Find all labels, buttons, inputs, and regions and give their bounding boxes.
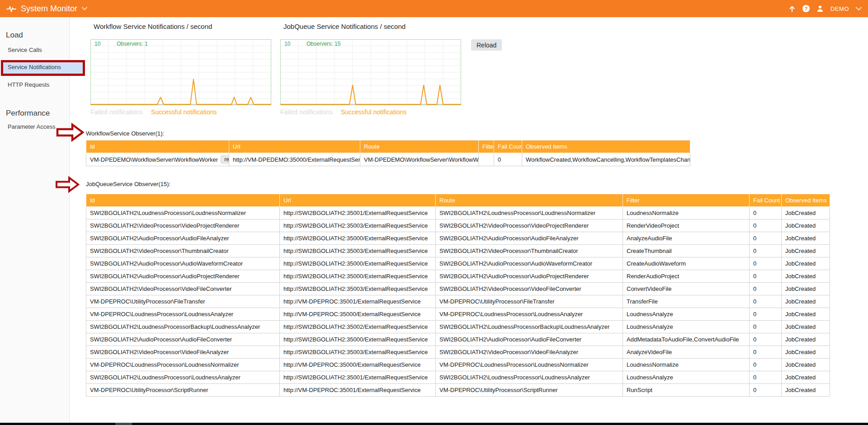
table-cell: CreateThumbnail <box>623 245 750 257</box>
table-cell: JobCreated <box>782 220 830 232</box>
legend-successful-notifications[interactable]: Successful notifications <box>341 108 407 116</box>
table-cell: RunScript <box>623 384 750 397</box>
jobqueue-chart-legend: Failed notifications Successful notifica… <box>280 108 406 116</box>
table-row: SWI2BGOLIATH2\AudioProcessor\AudioFileAn… <box>86 232 830 245</box>
user-icon[interactable] <box>816 5 824 12</box>
table-cell: JobCreated <box>782 232 830 245</box>
table-cell: JobCreated <box>782 257 830 270</box>
reload-button[interactable]: Reload <box>471 39 502 51</box>
sidebar-item-service-notifications[interactable]: Service Notifications <box>8 64 61 70</box>
table-cell: VM-DPEPROC\UtilityProcessor\FileTransfer <box>436 295 623 308</box>
table-cell: SWI2BGOLIATH2\AudioProcessor\AudioProjec… <box>86 270 280 283</box>
table-cell: 0 <box>750 371 782 384</box>
legend-failed-notifications[interactable]: Failed notifications <box>90 108 143 116</box>
table-cell: SWI2BGOLIATH2\AudioProcessor\AudioFileCo… <box>86 333 280 346</box>
table-row: SWI2BGOLIATH2\VideoProcessor\ThumbnailCr… <box>86 245 830 257</box>
help-icon[interactable]: ? <box>802 5 810 12</box>
table-cell: SWI2BGOLIATH2\LoudnessProcessor\Loudness… <box>436 207 623 220</box>
app-header: System Monitor ? DEMO <box>0 0 868 17</box>
red-arrow-annotation <box>56 123 84 144</box>
table-cell: JobCreated <box>782 207 830 220</box>
column-header-fail-count: Fail Count <box>750 194 782 207</box>
table-cell: 0 <box>750 232 782 245</box>
table-cell: RenderVideoProject <box>623 220 750 232</box>
table-cell: http://SWI2BGOLIATH2:35002/ExternalReque… <box>280 321 436 333</box>
up-arrow-icon[interactable] <box>788 5 796 12</box>
table-row: VM-DPEPROC\LoudnessProcessor\LoudnessNor… <box>86 359 830 371</box>
jobqueue-chart: 10Observers: 15 <box>280 39 461 105</box>
table-cell: SWI2BGOLIATH2\VideoProcessor\ThumbnailCr… <box>86 245 280 257</box>
table-cell: http://VM-DPEPROC:35001/ExternalRequestS… <box>280 295 436 308</box>
svg-text:10: 10 <box>284 41 291 47</box>
table-cell: 0 <box>750 308 782 321</box>
table-cell: JobCreated <box>782 283 830 295</box>
sidebar-item-http-requests[interactable]: HTTP Requests <box>8 81 49 88</box>
table-cell: http://VM-DPEPROC:35000/ExternalRequestS… <box>280 359 436 371</box>
table-cell: http://SWI2BGOLIATH2:35003/ExternalReque… <box>280 346 436 359</box>
table-cell: SWI2BGOLIATH2\AudioProcessor\AudioWavefo… <box>436 257 623 270</box>
scrollbar-thumb[interactable] <box>115 423 132 425</box>
remove-button[interactable]: remove <box>221 155 229 163</box>
table-cell: AnalyzeAudioFile <box>623 232 750 245</box>
table-cell: JobCreated <box>782 245 830 257</box>
table-cell: 0 <box>750 295 782 308</box>
table-cell: http://SWI2BGOLIATH2:35001/ExternalReque… <box>280 371 436 384</box>
table-cell: TransferFile <box>623 295 750 308</box>
table-cell: SWI2BGOLIATH2\VideoProcessor\VideoProjec… <box>86 220 280 232</box>
column-header-id: Id <box>86 194 280 207</box>
table-cell: VM-DPEPROC\LoudnessProcessor\LoudnessNor… <box>86 359 280 371</box>
table-cell: VM-DPEPROC\LoudnessProcessor\LoudnessAna… <box>436 308 623 321</box>
jobqueue-table-body: SWI2BGOLIATH2\LoudnessProcessor\Loudness… <box>86 207 830 397</box>
chevron-down-icon[interactable] <box>82 7 87 10</box>
table-row: SWI2BGOLIATH2\LoudnessProcessor\Loudness… <box>86 207 830 220</box>
table-cell: 0 <box>750 384 782 397</box>
table-cell: JobCreated <box>782 321 830 333</box>
sidebar-section-performance: Performance <box>6 109 50 118</box>
table-cell: 0 <box>750 283 782 295</box>
table-header-row: IdUrlRouteFilterFail CountObserved Items <box>86 194 830 207</box>
table-header-row: IdUrlRouteFilterFail CountObserved Items <box>86 140 690 153</box>
user-menu-label[interactable]: DEMO <box>830 5 849 12</box>
table-cell: 0 <box>750 346 782 359</box>
table-cell: 0 <box>750 207 782 220</box>
legend-failed-notifications[interactable]: Failed notifications <box>280 108 333 116</box>
table-cell: JobCreated <box>782 359 830 371</box>
chevron-down-icon[interactable] <box>856 7 862 11</box>
workflow-table-body: VM-DPEDEMO\WorkflowServer\WorkflowWorker… <box>86 153 690 166</box>
table-cell: 0 <box>750 220 782 232</box>
table-cell: JobCreated <box>782 308 830 321</box>
table-cell: http://SWI2BGOLIATH2:35003/ExternalReque… <box>280 220 436 232</box>
table-cell: JobCreated <box>782 346 830 359</box>
table-cell: SWI2BGOLIATH2\LoudnessProcessorBackup\Lo… <box>86 321 280 333</box>
table-cell: LoudnessAnalyze <box>623 371 750 384</box>
table-cell: SWI2BGOLIATH2\LoudnessProcessor\Loudness… <box>86 207 280 220</box>
table-cell: SWI2BGOLIATH2\LoudnessProcessorBackup\Lo… <box>436 321 623 333</box>
app-title: System Monitor <box>21 4 77 14</box>
legend-successful-notifications[interactable]: Successful notifications <box>151 108 217 116</box>
table-cell: ConvertVideoFile <box>623 283 750 295</box>
table-cell: VM-DPEPROC\UtilityProcessor\ScriptRunner <box>86 384 280 397</box>
sidebar-item-service-calls[interactable]: Service Calls <box>8 47 42 53</box>
horizontal-scrollbar[interactable] <box>0 423 868 425</box>
table-cell: http://SWI2BGOLIATH2:35000/ExternalReque… <box>280 270 436 283</box>
table-cell: SWI2BGOLIATH2\AudioProcessor\AudioFileAn… <box>86 232 280 245</box>
table-row: SWI2BGOLIATH2\AudioProcessor\AudioFileCo… <box>86 333 830 346</box>
svg-text:Observers: 15: Observers: 15 <box>307 41 341 47</box>
column-header-route: Route <box>360 140 479 153</box>
column-header-url: Url <box>280 194 436 207</box>
table-row: SWI2BGOLIATH2\VideoProcessor\VideoFileAn… <box>86 346 830 359</box>
table-cell: SWI2BGOLIATH2\LoudnessProcessor\Loudness… <box>436 371 623 384</box>
column-header-filter: Filter <box>479 140 494 153</box>
table-cell: CreateAudioWaveform <box>623 257 750 270</box>
table-row: SWI2BGOLIATH2\VideoProcessor\VideoFileCo… <box>86 283 830 295</box>
table-cell: http://VM-DPEPROC:35001/ExternalRequestS… <box>280 384 436 397</box>
column-header-fail-count: Fail Count <box>494 140 522 153</box>
table-cell: 0 <box>750 257 782 270</box>
table-row: SWI2BGOLIATH2\LoudnessProcessorBackup\Lo… <box>86 321 830 333</box>
table-cell: VM-DPEDEMO\WorkflowServer\WorkflowWorker <box>360 153 479 166</box>
table-cell: 0 <box>494 153 522 166</box>
sidebar-item-parameter-access[interactable]: Parameter Access <box>8 123 56 130</box>
workflow-chart-legend: Failed notifications Successful notifica… <box>90 108 217 116</box>
table-row: SWI2BGOLIATH2\LoudnessProcessor\Loudness… <box>86 371 830 384</box>
table-cell: RenderAudioProject <box>623 270 750 283</box>
